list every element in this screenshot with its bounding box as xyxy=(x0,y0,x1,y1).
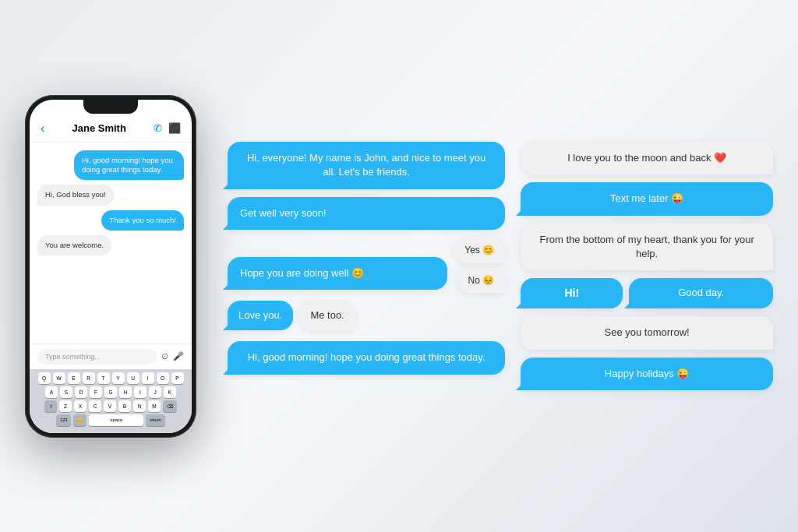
key-h[interactable]: H xyxy=(119,386,132,398)
bubble-yes: Yes 😊 xyxy=(454,238,505,263)
bubble-yes-no: Yes 😊 No 😣 xyxy=(454,238,505,294)
phone-mockup: ‹ Jane Smith ✆ ⬛ Hi, good morning! hope … xyxy=(25,95,196,438)
keyboard-row-2: A S D F G H I J K xyxy=(33,386,189,398)
main-container: ‹ Jane Smith ✆ ⬛ Hi, good morning! hope … xyxy=(25,95,773,438)
video-icon[interactable]: ⬛ xyxy=(168,122,181,134)
key-p[interactable]: P xyxy=(171,372,184,384)
key-z[interactable]: Z xyxy=(59,400,72,412)
bubble-goodday: Good day. xyxy=(629,278,773,309)
keyboard-row-1: Q W E R T Y U I O P xyxy=(33,372,189,384)
key-x[interactable]: X xyxy=(74,400,87,412)
key-123[interactable]: 123 xyxy=(56,414,71,426)
bubble-hope: Hope you are doing well 😊 xyxy=(228,257,447,290)
bubble-moon: I love you to the moon and back ❤️ xyxy=(521,142,773,174)
message-bubble-received: Hi, God bless you! xyxy=(37,185,114,205)
key-v[interactable]: V xyxy=(104,400,116,412)
bubble-thank-you: From the bottom of my heart, thank you f… xyxy=(521,224,773,270)
key-n[interactable]: N xyxy=(133,400,146,412)
bubble-holidays: Happy holidays 😜 xyxy=(521,358,773,390)
key-u[interactable]: U xyxy=(127,372,139,384)
bubble-row-love: Love you. Me too. xyxy=(228,301,505,330)
key-return[interactable]: return xyxy=(146,414,164,426)
key-q[interactable]: Q xyxy=(38,372,51,384)
message-bubble-sent: Hi, good morning! hope you doing great t… xyxy=(74,150,184,181)
key-emoji[interactable]: 😊 xyxy=(73,414,87,426)
bubbles-section: Hi, everyone! My name is John, and nice … xyxy=(228,142,773,390)
key-w[interactable]: W xyxy=(53,372,65,384)
key-k[interactable]: K xyxy=(164,386,176,398)
bubble-row-hope: Hope you are doing well 😊 Yes 😊 No 😣 xyxy=(228,238,505,294)
key-d[interactable]: D xyxy=(75,386,87,398)
key-m[interactable]: M xyxy=(148,400,161,412)
key-shift[interactable]: ⇧ xyxy=(44,400,57,412)
key-space[interactable]: space xyxy=(89,414,143,426)
bubble-love: Love you. xyxy=(228,301,293,330)
bubble-get-well: Get well very soon! xyxy=(228,197,505,230)
message-input[interactable]: Type something... xyxy=(37,349,157,365)
bubble-metoo: Me too. xyxy=(299,301,355,330)
key-f[interactable]: F xyxy=(90,386,102,398)
back-icon[interactable]: ‹ xyxy=(41,122,44,136)
bubble-text-later: Text me later 😜 xyxy=(521,182,773,215)
key-g[interactable]: G xyxy=(104,386,117,398)
bubble-hi: Hi! xyxy=(521,278,623,309)
phone-notch xyxy=(83,100,138,114)
phone-screen: ‹ Jane Smith ✆ ⬛ Hi, good morning! hope … xyxy=(30,100,192,433)
phone-messages: Hi, good morning! hope you doing great t… xyxy=(30,143,192,344)
key-b[interactable]: B xyxy=(118,400,131,412)
key-s[interactable]: S xyxy=(60,386,72,398)
key-r[interactable]: R xyxy=(83,372,95,384)
key-c[interactable]: C xyxy=(89,400,101,412)
key-i[interactable]: I xyxy=(142,372,154,384)
bubble-greeting: Hi, everyone! My name is John, and nice … xyxy=(228,142,505,188)
phone-keyboard: Q W E R T Y U I O P A S D xyxy=(30,369,192,433)
phone-input-area: Type something... ⊙ 🎤 xyxy=(30,344,192,369)
key-y[interactable]: Y xyxy=(112,372,125,384)
key-i2[interactable]: I xyxy=(134,386,147,398)
bubbles-column-2: I love you to the moon and back ❤️ Text … xyxy=(521,142,773,390)
phone-action-icons: ✆ ⬛ xyxy=(154,122,181,134)
bubble-seeyou: See you tomorrow! xyxy=(521,316,773,349)
bubble-no: No 😣 xyxy=(457,268,506,294)
mic-icon[interactable]: 🎤 xyxy=(173,351,184,361)
camera-icon[interactable]: ⊙ xyxy=(161,351,168,361)
bubble-goodmorning: Hi, good morning! hope you doing great t… xyxy=(228,341,505,374)
key-j[interactable]: J xyxy=(149,386,161,398)
bubbles-column-1: Hi, everyone! My name is John, and nice … xyxy=(228,142,505,375)
key-t[interactable]: T xyxy=(97,372,110,384)
message-bubble-received: You are welcome. xyxy=(37,235,111,255)
contact-name: Jane Smith xyxy=(51,122,147,134)
keyboard-row-4: 123 😊 space return xyxy=(33,414,189,426)
bubble-row-hi-goodday: Hi! Good day. xyxy=(521,278,773,309)
key-backspace[interactable]: ⌫ xyxy=(163,400,177,412)
key-e[interactable]: E xyxy=(68,372,80,384)
message-bubble-sent: Thank you so much! xyxy=(101,210,184,231)
keyboard-row-3: ⇧ Z X C V B N M ⌫ xyxy=(33,400,189,412)
key-a[interactable]: A xyxy=(45,386,58,398)
key-o[interactable]: O xyxy=(157,372,169,384)
call-icon[interactable]: ✆ xyxy=(154,122,162,134)
phone-device: ‹ Jane Smith ✆ ⬛ Hi, good morning! hope … xyxy=(25,95,196,438)
